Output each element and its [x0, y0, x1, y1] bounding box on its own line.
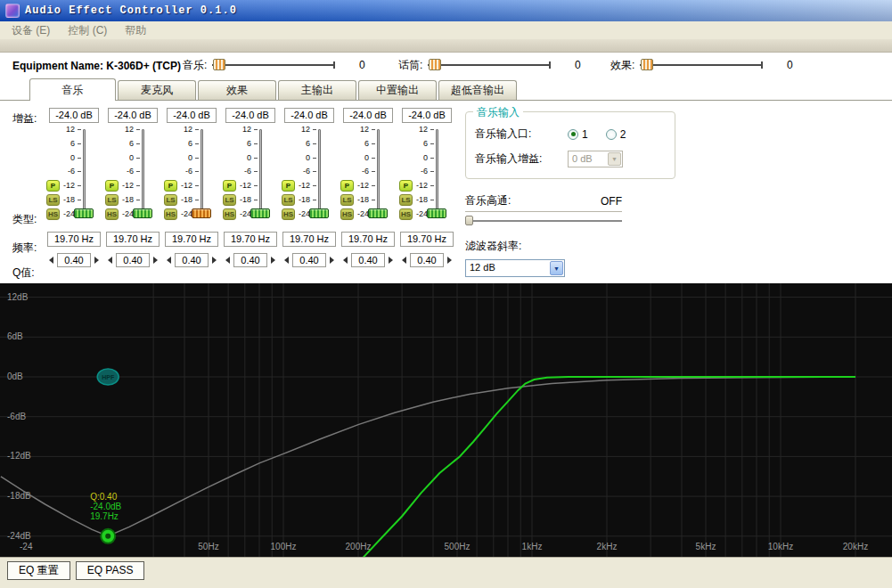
q-increment-button[interactable]: [271, 257, 275, 264]
gain-slider[interactable]: 1260-6-12-18-24 P LS HS: [45, 127, 103, 226]
filter-type-peak-button[interactable]: P: [282, 180, 295, 192]
gain-slider-thumb[interactable]: [74, 208, 94, 218]
eq-reset-button[interactable]: EQ 重置: [7, 561, 70, 580]
menu-item-control[interactable]: 控制 (C): [60, 21, 115, 40]
tab-effect[interactable]: 效果: [198, 80, 276, 100]
filter-type-highshelf-button[interactable]: HS: [164, 208, 177, 220]
eq-response-graph[interactable]: 12dB6dB0dB-6dB-12dB-18dB-24dB50Hz100Hz20…: [0, 283, 892, 557]
q-value-box[interactable]: 0.40: [233, 253, 267, 267]
music-hpf-thumb[interactable]: [465, 216, 473, 225]
q-increment-button[interactable]: [212, 257, 217, 264]
frequency-value-box[interactable]: 19.70 Hz: [282, 232, 336, 247]
band-handle[interactable]: [101, 529, 115, 543]
hpf-handle[interactable]: HPF: [97, 369, 119, 385]
gain-slider[interactable]: 1260-6-12-18-24 P LS HS: [221, 127, 280, 226]
q-value-box[interactable]: 0.40: [351, 253, 385, 267]
menu-item-help[interactable]: 帮助: [117, 21, 154, 40]
gain-value-box[interactable]: -24.0 dB: [225, 108, 275, 123]
filter-type-lowshelf-button[interactable]: LS: [340, 194, 354, 206]
q-value-box[interactable]: 0.40: [57, 253, 91, 267]
filter-type-peak-button[interactable]: P: [399, 180, 413, 192]
tab-subwoofer-output[interactable]: 超低音输出: [438, 80, 517, 100]
q-decrement-button[interactable]: [225, 257, 230, 264]
filter-type-highshelf-button[interactable]: HS: [340, 208, 354, 220]
q-value-box[interactable]: 0.40: [116, 253, 150, 267]
q-decrement-button[interactable]: [167, 257, 171, 264]
tab-center-output[interactable]: 中置输出: [358, 80, 437, 100]
q-increment-button[interactable]: [330, 257, 334, 264]
q-increment-button[interactable]: [389, 257, 393, 264]
eq-pass-button[interactable]: EQ PASS: [76, 561, 145, 580]
filter-type-highshelf-button[interactable]: HS: [399, 208, 413, 220]
music-hpf-slider[interactable]: [465, 215, 622, 226]
frequency-value-box[interactable]: 19.70 Hz: [106, 232, 160, 247]
q-value-box[interactable]: 0.40: [292, 253, 326, 267]
tab-microphone[interactable]: 麦克风: [118, 80, 196, 100]
frequency-value-box[interactable]: 19.70 Hz: [165, 232, 218, 247]
chevron-down-icon[interactable]: ▼: [550, 261, 563, 275]
gain-value-box[interactable]: -24.0 dB: [402, 108, 452, 123]
gain-slider[interactable]: 1260-6-12-18-24 P LS HS: [397, 127, 456, 226]
q-decrement-button[interactable]: [343, 257, 348, 264]
filter-type-peak-button[interactable]: P: [223, 180, 236, 192]
filter-type-lowshelf-button[interactable]: LS: [46, 194, 60, 206]
q-increment-button[interactable]: [447, 257, 452, 264]
filter-type-highshelf-button[interactable]: HS: [46, 208, 60, 220]
music-level-slider[interactable]: [212, 57, 335, 73]
filter-type-lowshelf-button[interactable]: LS: [399, 194, 413, 206]
filter-type-highshelf-button[interactable]: HS: [282, 208, 295, 220]
scale-tick-mark: [254, 200, 258, 200]
q-decrement-button[interactable]: [49, 257, 53, 264]
gain-slider[interactable]: 1260-6-12-18-24 P LS HS: [103, 127, 162, 226]
q-decrement-button[interactable]: [284, 257, 289, 264]
q-decrement-button[interactable]: [108, 257, 112, 264]
mic-level-slider[interactable]: [428, 57, 551, 73]
filter-type-lowshelf-button[interactable]: LS: [105, 194, 119, 206]
filter-slope-select[interactable]: 12 dB ▼: [465, 259, 565, 277]
filter-type-peak-button[interactable]: P: [340, 180, 354, 192]
filter-type-highshelf-button[interactable]: HS: [223, 208, 236, 220]
gain-slider[interactable]: 1260-6-12-18-24 P LS HS: [162, 127, 221, 226]
frequency-value-box[interactable]: 19.70 Hz: [224, 232, 277, 247]
filter-type-lowshelf-button[interactable]: LS: [282, 194, 295, 206]
q-increment-button[interactable]: [153, 257, 158, 264]
gain-slider-thumb[interactable]: [250, 208, 270, 218]
gain-value-box[interactable]: -24.0 dB: [343, 108, 393, 123]
frequency-value-box[interactable]: 19.70 Hz: [400, 232, 454, 247]
gain-slider-thumb[interactable]: [133, 208, 152, 218]
gain-slider-thumb[interactable]: [309, 208, 329, 218]
filter-type-lowshelf-button[interactable]: LS: [223, 194, 236, 206]
filter-type-peak-button[interactable]: P: [164, 180, 177, 192]
gain-slider[interactable]: 1260-6-12-18-24 P LS HS: [280, 127, 339, 226]
effect-level-slider[interactable]: [640, 57, 763, 73]
tab-main-output[interactable]: 主输出: [278, 80, 356, 100]
slider-track: [200, 129, 203, 216]
filter-type-peak-button[interactable]: P: [105, 180, 119, 192]
gain-slider[interactable]: 1260-6-12-18-24 P LS HS: [339, 127, 397, 226]
gain-value-box[interactable]: -24.0 dB: [167, 108, 217, 123]
titlebar[interactable]: Audio Effect Controller 0.1.0: [0, 0, 892, 21]
q-value-box[interactable]: 0.40: [175, 253, 209, 267]
gain-slider-thumb[interactable]: [368, 208, 388, 218]
filter-type-lowshelf-button[interactable]: LS: [164, 194, 177, 206]
gain-value-box[interactable]: -24.0 dB: [108, 108, 158, 123]
q-increment-button[interactable]: [94, 257, 99, 264]
q-value-box[interactable]: 0.40: [410, 253, 444, 267]
effect-level-thumb[interactable]: [641, 59, 653, 70]
frequency-value-box[interactable]: 19.70 Hz: [47, 232, 101, 247]
frequency-value-box[interactable]: 19.70 Hz: [341, 232, 395, 247]
gain-slider-thumb[interactable]: [192, 208, 211, 218]
q-decrement-button[interactable]: [402, 257, 406, 264]
mic-level-thumb[interactable]: [429, 59, 441, 70]
gain-slider-thumb[interactable]: [427, 208, 446, 218]
filter-type-peak-button[interactable]: P: [46, 180, 60, 192]
filter-type-highshelf-button[interactable]: HS: [105, 208, 119, 220]
input-port-2-radio[interactable]: 2: [606, 128, 626, 141]
mixer-effect-value: 0: [768, 59, 811, 71]
music-level-thumb[interactable]: [213, 59, 225, 70]
input-port-1-radio[interactable]: 1: [568, 128, 588, 141]
menu-item-device[interactable]: 设备 (E): [4, 21, 58, 40]
gain-value-box[interactable]: -24.0 dB: [49, 108, 99, 123]
tab-music[interactable]: 音乐: [29, 78, 116, 101]
gain-value-box[interactable]: -24.0 dB: [284, 108, 334, 123]
